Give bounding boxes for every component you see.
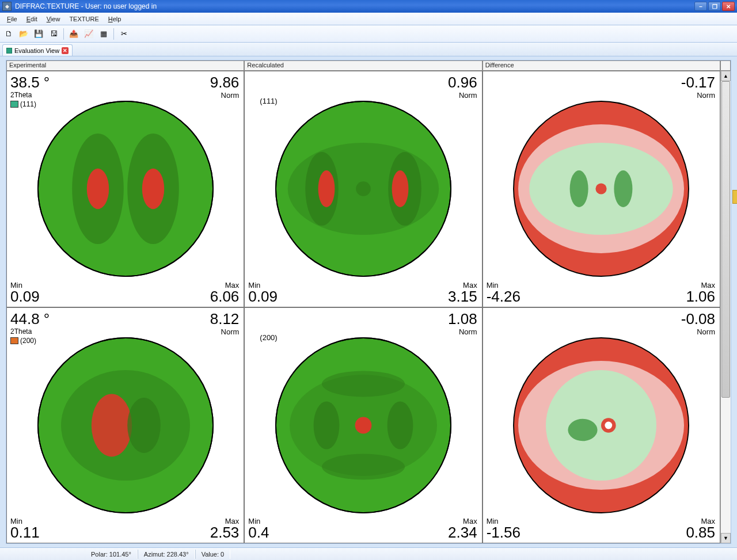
side-marker[interactable] bbox=[732, 190, 737, 204]
menu-texture[interactable]: TEXTURE bbox=[64, 14, 103, 24]
close-button[interactable]: ✕ bbox=[722, 2, 735, 11]
tab-evaluation-view[interactable]: Evaluation View ✕ bbox=[2, 44, 73, 56]
menubar: File Edit View TEXTURE Help bbox=[0, 13, 737, 25]
vertical-scrollbar[interactable]: ▲ ▼ bbox=[720, 71, 731, 543]
tab-close-button[interactable]: ✕ bbox=[62, 47, 69, 54]
pole-figure-cell[interactable]: -0.17 Norm Min -4.26 Max 1.06 bbox=[483, 71, 720, 307]
pole-figure[interactable] bbox=[33, 333, 218, 517]
norm-value: 9.86 bbox=[210, 74, 240, 92]
hkl-chip: (111) bbox=[10, 100, 36, 108]
pole-figure[interactable] bbox=[271, 333, 455, 517]
hkl-label: (200) bbox=[20, 337, 36, 345]
grid-button[interactable]: ▦ bbox=[97, 28, 110, 40]
window-controls: – ❐ ✕ bbox=[694, 2, 735, 11]
window-titlebar: ◆ DIFFRAC.TEXTURE - User: no user logged… bbox=[0, 0, 737, 13]
svg-point-3 bbox=[86, 169, 108, 209]
pole-figure-cell[interactable]: 38.5 ° 2Theta (111) 9.86 Norm Min 0.09 M… bbox=[6, 71, 244, 307]
app-icon: ◆ bbox=[2, 2, 12, 11]
col-header-recalculated[interactable]: Recalculated bbox=[244, 60, 482, 71]
svg-point-41 bbox=[605, 421, 613, 429]
angle-value: 38.5 ° bbox=[10, 74, 50, 92]
svg-point-33 bbox=[355, 417, 372, 433]
column-headers: Experimental Recalculated Difference bbox=[6, 60, 731, 71]
col-header-difference[interactable]: Difference bbox=[483, 60, 720, 71]
statusbar: Polar: 101.45° Azimut: 228.43° Value: 0 bbox=[0, 547, 737, 560]
svg-point-12 bbox=[356, 181, 371, 196]
max-value: 1.06 bbox=[686, 288, 715, 306]
min-value: 0.4 bbox=[248, 524, 269, 542]
tabbar: Evaluation View ✕ bbox=[0, 43, 737, 56]
svg-point-11 bbox=[392, 170, 409, 207]
hkl-swatch bbox=[10, 101, 18, 108]
menu-help[interactable]: Help bbox=[104, 14, 126, 24]
norm-label: Norm bbox=[697, 91, 715, 100]
two-theta-label: 2Theta bbox=[10, 327, 32, 336]
hkl-label: (200) bbox=[260, 333, 277, 342]
grid-body: 38.5 ° 2Theta (111) 9.86 Norm Min 0.09 M… bbox=[6, 71, 731, 543]
min-value: 0.11 bbox=[10, 524, 40, 542]
menu-file[interactable]: File bbox=[2, 14, 22, 24]
min-value: -4.26 bbox=[487, 288, 521, 306]
max-value: 6.06 bbox=[210, 288, 240, 306]
scroll-spacer bbox=[720, 60, 731, 71]
open-button[interactable]: 📂 bbox=[17, 28, 30, 40]
maximize-button[interactable]: ❐ bbox=[708, 2, 721, 11]
norm-label: Norm bbox=[221, 327, 240, 336]
menu-view[interactable]: View bbox=[42, 14, 65, 24]
col-header-experimental[interactable]: Experimental bbox=[6, 60, 244, 71]
norm-value: -0.08 bbox=[681, 310, 715, 328]
chart-button[interactable]: 📈 bbox=[82, 28, 95, 40]
pole-figure-diff[interactable] bbox=[509, 97, 693, 281]
two-theta-label: 2Theta bbox=[10, 91, 32, 99]
hkl-chip: (200) bbox=[10, 337, 36, 345]
scroll-down-button[interactable]: ▼ bbox=[721, 533, 731, 543]
tab-label: Evaluation View bbox=[14, 47, 59, 54]
svg-point-19 bbox=[614, 170, 633, 207]
hkl-swatch bbox=[10, 337, 18, 344]
status-polar: Polar: 101.45° bbox=[85, 550, 138, 559]
saveas-button[interactable]: 🖫 bbox=[47, 28, 60, 40]
pole-figure-cell[interactable]: (200) 1.08 Norm Min 0.4 Max 2.34 bbox=[244, 307, 482, 544]
svg-point-4 bbox=[142, 169, 164, 209]
status-azimut: Azimut: 228.43° bbox=[138, 550, 195, 559]
window-title: DIFFRAC.TEXTURE - User: no user logged i… bbox=[15, 2, 694, 10]
toolbar: 🗋 📂 💾 🖫 📤 📈 ▦ ✂ bbox=[0, 25, 737, 43]
pole-figure-row: 38.5 ° 2Theta (111) 9.86 Norm Min 0.09 M… bbox=[6, 71, 720, 307]
min-value: -1.56 bbox=[487, 524, 521, 542]
max-value: 2.34 bbox=[448, 524, 477, 542]
norm-value: 0.96 bbox=[448, 74, 477, 92]
pole-figure[interactable] bbox=[271, 97, 455, 281]
pole-figure[interactable] bbox=[33, 97, 218, 281]
svg-point-39 bbox=[568, 419, 598, 441]
svg-point-25 bbox=[127, 398, 161, 453]
new-button[interactable]: 🗋 bbox=[2, 28, 15, 40]
norm-label: Norm bbox=[459, 91, 477, 100]
svg-point-31 bbox=[314, 401, 340, 449]
pole-figure-cell[interactable]: -0.08 Norm Min -1.56 Max 0.85 bbox=[483, 307, 720, 544]
workspace: Experimental Recalculated Difference 38.… bbox=[6, 60, 731, 544]
norm-label: Norm bbox=[697, 327, 715, 336]
scroll-thumb[interactable] bbox=[721, 81, 730, 398]
status-value: Value: 0 bbox=[195, 550, 231, 559]
pole-figure-diff[interactable] bbox=[509, 333, 693, 517]
max-value: 2.53 bbox=[210, 524, 240, 542]
norm-label: Norm bbox=[459, 327, 477, 336]
svg-point-29 bbox=[322, 371, 405, 397]
toolbar-sep-2 bbox=[113, 28, 114, 40]
export-button[interactable]: 📤 bbox=[67, 28, 80, 40]
svg-point-30 bbox=[322, 454, 405, 479]
svg-point-24 bbox=[91, 394, 131, 456]
pole-figure-cell[interactable]: 44.8 ° 2Theta (200) 8.12 Norm Min 0.11 M… bbox=[6, 307, 244, 544]
scroll-up-button[interactable]: ▲ bbox=[721, 71, 731, 81]
svg-point-10 bbox=[318, 170, 335, 207]
menu-edit[interactable]: Edit bbox=[22, 14, 42, 24]
hkl-label: (111) bbox=[20, 100, 36, 108]
pole-figure-cell[interactable]: (111) 0.96 Norm Min 0.09 Max 3.15 bbox=[244, 71, 482, 307]
scroll-track[interactable] bbox=[721, 81, 731, 533]
minimize-button[interactable]: – bbox=[694, 2, 707, 11]
norm-value: -0.17 bbox=[681, 74, 715, 92]
save-button[interactable]: 💾 bbox=[32, 28, 45, 40]
tool-button[interactable]: ✂ bbox=[117, 28, 130, 40]
min-value: 0.09 bbox=[248, 288, 278, 306]
hkl-label: (111) bbox=[260, 97, 277, 105]
